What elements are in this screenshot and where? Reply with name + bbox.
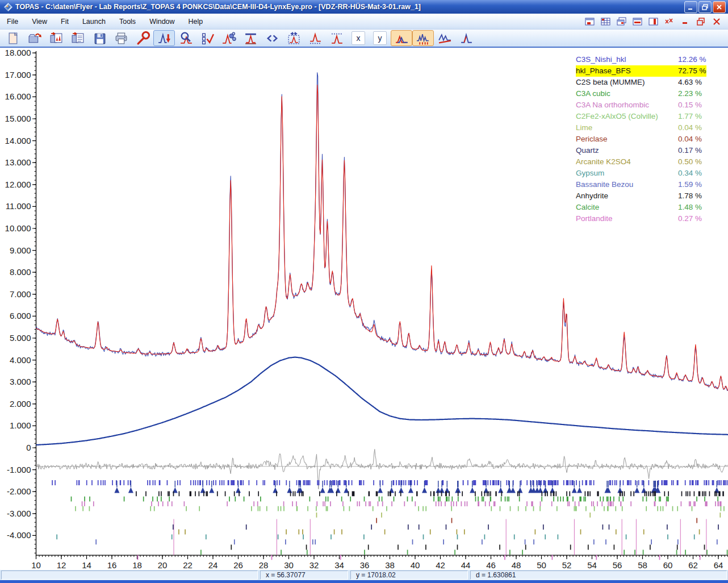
tile-grid-icon[interactable] (600, 17, 611, 26)
range-select-button[interactable] (283, 30, 304, 46)
minimize-child-icon[interactable] (680, 17, 691, 26)
svg-text:18: 18 (132, 560, 142, 570)
close-button[interactable] (713, 1, 726, 13)
phase-percentage: 0.04 % (678, 122, 702, 134)
phase-name: C2Fe2-xAlxO5 (Colville) (576, 111, 678, 122)
status-d-readout: d = 1.630861 (470, 570, 727, 580)
svg-text:28: 28 (259, 560, 269, 570)
code-view-button[interactable] (261, 30, 283, 46)
legend-entry-c3a-na-orthorhombic[interactable]: C3A Na orthorhombic0.15 % (576, 99, 725, 111)
structure-icon (222, 31, 236, 45)
open-project-button[interactable] (24, 30, 45, 46)
legend-entry-anhydrite[interactable]: Anhydrite1.78 % (576, 190, 725, 202)
svg-text:-3.000: -3.000 (7, 509, 31, 518)
legend-entry-portlandite[interactable]: Portlandite0.27 % (576, 213, 725, 224)
legend-entry-c2fe2-xalxo5-colville-[interactable]: C2Fe2-xAlxO5 (Colville)1.77 % (576, 111, 725, 122)
svg-text:54: 54 (587, 560, 597, 570)
x-scale-button-label: x (352, 31, 365, 45)
legend-entry-gypsum[interactable]: Gypsum0.34 % (576, 168, 725, 179)
menu-file[interactable]: File (0, 15, 25, 28)
menu-view[interactable]: View (25, 15, 54, 28)
print-icon (114, 31, 128, 45)
new-window-icon[interactable] (584, 17, 595, 26)
svg-text:-1.000: -1.000 (7, 465, 31, 474)
menu-window[interactable]: Window (143, 15, 181, 28)
phase-percentage: 1.59 % (678, 179, 702, 190)
refinement-options-button[interactable] (196, 30, 218, 46)
phase-name: Portlandite (576, 213, 678, 224)
import-file-button[interactable] (67, 30, 89, 46)
toggle-difference-button[interactable] (455, 30, 477, 46)
status-bar: x = 56.37077y = 17018.02d = 1.630861 (0, 570, 728, 580)
new-file-button[interactable] (2, 30, 24, 46)
legend-entry-bassanite-bezou[interactable]: Bassanite Bezou1.59 % (576, 179, 725, 190)
restore-child-icon[interactable] (696, 17, 706, 26)
toolbar: xy (0, 30, 728, 48)
y-scale-button-label: y (373, 31, 387, 45)
setup-wrench-icon (136, 31, 150, 45)
toggle-tick-marks-button[interactable] (412, 30, 434, 46)
legend-entry-hkl-phase-bfs[interactable]: hkl_Phase_BFS72.75 % (576, 65, 725, 77)
phase-name: C3A cubic (576, 88, 678, 99)
window-title: TOPAS - C:\daten\Flyer - Lab Reports\Z_T… (15, 3, 681, 11)
svg-text:3.000: 3.000 (10, 377, 31, 386)
toggle-observed-calc-button[interactable] (391, 30, 412, 46)
svg-text:34: 34 (334, 560, 344, 570)
minimize-button[interactable] (684, 1, 697, 13)
legend-entry-c2s-beta-mumme-[interactable]: C2S beta (MUMME)4.63 % (576, 77, 725, 88)
close-all-icon[interactable] (664, 17, 675, 26)
svg-text:12: 12 (57, 560, 66, 570)
svg-text:14: 14 (82, 560, 91, 570)
menu-fit[interactable]: Fit (54, 15, 76, 28)
svg-text:32: 32 (309, 560, 319, 570)
menu-launch[interactable]: Launch (76, 15, 112, 28)
peak-baseline-button[interactable] (240, 30, 261, 46)
peak-marks-below-button[interactable] (304, 30, 326, 46)
svg-text:14.000: 14.000 (5, 136, 31, 145)
legend-entry-calcite[interactable]: Calcite1.48 % (576, 202, 725, 213)
svg-text:16: 16 (107, 560, 117, 570)
restore-button[interactable] (698, 1, 712, 13)
close-child-icon[interactable] (712, 17, 722, 26)
menu-help[interactable]: Help (182, 15, 210, 28)
tile-horizontal-icon[interactable] (632, 17, 643, 26)
legend-entry-c3s-nishi-hkl[interactable]: C3S_Nishi_hkl12.26 % (576, 54, 725, 65)
peak-search-button[interactable] (175, 30, 196, 46)
legend-entry-periclase[interactable]: Periclase0.04 % (576, 134, 725, 145)
toggle-background-button[interactable] (434, 30, 455, 46)
legend-entry-c3a-cubic[interactable]: C3A cubic2.23 % (576, 88, 725, 99)
tile-vertical-icon[interactable] (648, 17, 659, 26)
run-fit-button[interactable] (153, 30, 175, 46)
print-button[interactable] (110, 30, 132, 46)
svg-text:64: 64 (714, 560, 723, 570)
cascade-windows-icon[interactable] (616, 17, 627, 26)
phase-name: Lime (576, 122, 678, 134)
x-scale-button[interactable]: x (348, 30, 369, 46)
phase-name: C3A Na orthorhombic (576, 99, 678, 111)
legend-entry-lime[interactable]: Lime0.04 % (576, 122, 725, 134)
svg-text:46: 46 (486, 560, 496, 570)
code-view-icon (265, 31, 279, 45)
import-scan-button[interactable] (45, 30, 67, 46)
open-project-icon (28, 31, 42, 45)
peak-marks-above-button[interactable] (326, 30, 348, 46)
save-icon (93, 31, 107, 45)
save-button[interactable] (89, 30, 110, 46)
phase-percentage: 4.63 % (678, 77, 702, 88)
peak-marks-below-icon (308, 31, 323, 45)
structure-button[interactable] (218, 30, 240, 46)
svg-text:1.000: 1.000 (10, 420, 31, 430)
peak-search-icon (179, 31, 193, 45)
svg-text:-2.000: -2.000 (7, 486, 31, 496)
menu-tools[interactable]: Tools (112, 15, 143, 28)
legend-entry-arcanite-k2so4[interactable]: Arcanite K2SO40.50 % (576, 156, 725, 168)
y-scale-button[interactable]: y (369, 30, 391, 46)
peak-marks-above-icon (330, 31, 344, 45)
svg-text:52: 52 (562, 560, 572, 570)
svg-text:20: 20 (158, 560, 168, 570)
svg-text:60: 60 (663, 560, 673, 570)
phase-percentage: 0.15 % (678, 99, 702, 111)
setup-wrench-button[interactable] (132, 30, 153, 46)
title-bar: TOPAS - C:\daten\Flyer - Lab Reports\Z_T… (0, 0, 728, 14)
legend-entry-quartz[interactable]: Quartz0.17 % (576, 145, 725, 156)
